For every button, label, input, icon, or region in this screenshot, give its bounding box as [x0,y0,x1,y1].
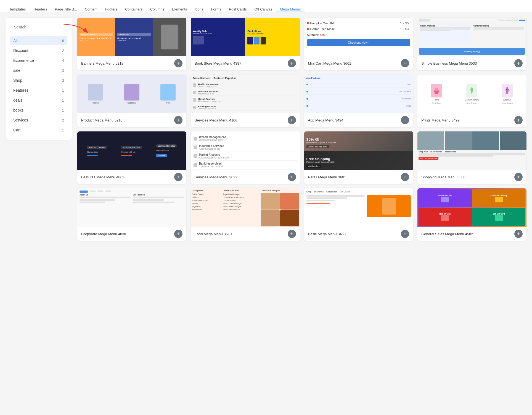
add-button[interactable]: + [288,173,296,181]
card-thumbnail: About Us Our Products [77,188,186,227]
card-footer: Shopping Mega Menu 3508 + [417,170,526,184]
card-bookstore[interactable]: Weekly Sale Business to Live Now! Book S… [191,18,300,70]
add-button[interactable]: + [514,59,523,67]
nav-item-mega-menus[interactable]: Mega Menus [276,0,305,12]
card-shopping[interactable]: Shop Men Shop Women Accessories End Of S… [417,131,526,184]
card-title: Basic Mega Menu 3468 [308,232,346,236]
sidebar-item-services[interactable]: Services2 [10,115,67,125]
add-button[interactable]: + [288,230,296,238]
card-footer: Product Mega Menu 5210 + [77,113,186,127]
sidebar-item-all[interactable]: All16 [10,36,67,45]
card-footer: Prints Mega Menu 3499 + [417,113,526,127]
sidebar-count: 1 [62,88,64,92]
card-app[interactable]: App Features App E-Commerce Innovation [304,75,413,127]
sidebar-count: 2 [62,49,64,53]
card-footer: Banners Mega Menu 5218 + [77,56,186,70]
card-title: Shopping Mega Menu 3508 [421,175,465,179]
sidebar-label: Features [13,88,28,92]
sidebar-item-sale[interactable]: sale3 [10,66,67,75]
add-button[interactable]: + [514,116,523,124]
card-title: Services Mega Menu 4106 [195,118,237,122]
sidebar-categories: All16Discount2Ecommerce4sale3Shop2Featur… [10,36,67,135]
card-minicart[interactable]: Pumpkin Craft Kit 1 × $50 Horror Face Ma… [304,18,413,70]
card-title: Corporate Mega Menu 4838 [81,232,126,236]
card-title: Book Store Mega Menu 4387 [195,61,241,65]
nav-item-content[interactable]: Content [81,0,101,12]
sidebar-count: 16 [60,39,64,43]
sidebar-item-books[interactable]: books1 [10,105,67,115]
card-footer: Services Mega Menu 3622 + [191,170,300,184]
add-button[interactable]: + [174,59,182,67]
nav-item-footers[interactable]: Footers [101,0,121,12]
svg-point-1 [435,88,438,91]
add-button[interactable]: + [401,230,409,238]
nav-item-elements[interactable]: Elements [168,0,191,12]
sidebar-count: 2 [62,118,64,122]
svg-point-2 [506,87,509,94]
card-thumbnail: ShopBranchesCategoriesGift Cards [304,188,413,227]
card-title: General Sales Mega Menu 4582 [421,232,473,236]
nav-item-forms[interactable]: Forms [207,0,225,12]
card-thumbnail: News and Tutorials Stay updated Voice an… [77,131,186,170]
sidebar: All16Discount2Ecommerce4sale3Shop2Featur… [6,18,72,140]
card-corporate[interactable]: About Us Our Products Corporate Mega Men… [77,188,186,241]
add-button[interactable]: + [401,116,409,124]
sidebar-item-deals[interactable]: deals1 [10,96,67,105]
card-thumbnail: 35% Off Pellentesque in ipsum id orci po… [304,131,413,170]
search-input[interactable] [10,22,67,32]
card-footer: Services Mega Menu 4106 + [191,113,300,127]
add-button[interactable]: + [401,173,409,181]
add-button[interactable]: + [174,116,182,124]
card-footer: Book Store Mega Menu 4387 + [191,56,300,70]
sidebar-label: books [13,108,23,112]
nav-item-columns[interactable]: Columns [146,0,168,12]
card-footer: App Mega Menu 3494 + [304,113,413,127]
sidebar-item-ecommerce[interactable]: Ecommerce4 [10,56,67,65]
card-services2[interactable]: Wealth ManagementUllamcor magna justo In… [191,131,300,184]
sidebar-item-shop[interactable]: Shop2 [10,76,67,85]
top-nav: TemplatesHeadersPage Title B...ContentFo… [0,0,532,12]
nav-item-page-title-b...[interactable]: Page Title B... [51,0,81,12]
card-title: Banners Mega Menu 5218 [81,61,123,65]
card-product[interactable]: Product Category New Product Mega Menu 5… [77,75,186,127]
nav-item-post-cards[interactable]: Post Cards [225,0,250,12]
card-title: Simple Business Mega Menu 3533 [421,61,477,65]
card-services[interactable]: Basic Services Featured Expertise Wealth… [191,75,300,127]
card-banners[interactable]: Beauty Products Latest Fashion Deals & O… [77,18,186,70]
card-general[interactable]: Latest Specials Festival & Jewelry Red O… [417,188,526,241]
card-thumbnail: Floral Best Sales Contemporary New Arriv… [417,75,526,113]
add-button[interactable]: + [174,173,182,181]
nav-item-headers[interactable]: Headers [30,0,51,12]
card-retail[interactable]: 35% Off Pellentesque in ipsum id orci po… [304,131,413,184]
sidebar-count: 4 [62,59,64,63]
card-basic[interactable]: ShopBranchesCategoriesGift Cards Basic M… [304,188,413,241]
nav-item-icons[interactable]: Icons [191,0,207,12]
template-grid: Beauty Products Latest Fashion Deals & O… [77,18,526,241]
add-button[interactable]: + [288,116,296,124]
card-food[interactable]: Categories Baked Goods Entrees Tradition… [191,188,300,241]
add-button[interactable]: + [514,173,523,181]
add-button[interactable]: + [514,230,523,238]
sidebar-item-cart[interactable]: Cart1 [10,125,67,135]
nav-item-containers[interactable]: Containers [121,0,146,12]
sidebar-label: Services [13,118,28,122]
card-prints[interactable]: Floral Best Sales Contemporary New Arriv… [417,75,526,127]
nav-item-off-canvas[interactable]: Off Canvas [251,0,276,12]
sidebar-label: sale [13,68,20,73]
sidebar-item-features[interactable]: Features1 [10,86,67,95]
card-title: Retail Mega Menu 3601 [308,175,346,179]
add-button[interactable]: + [288,59,296,67]
card-thumbnail: App Features App E-Commerce Innovation [304,75,413,113]
card-simple[interactable]: Check Analytics Content Planning Marketi… [417,18,526,70]
add-button[interactable]: + [174,230,182,238]
add-button[interactable]: + [401,59,409,67]
card-footer: Food Mega Menu 3610 + [191,227,300,241]
card-thumbnail: Weekly Sale Business to Live Now! Book S… [191,18,300,56]
card-thumbnail: Basic Services Featured Expertise Wealth… [191,75,300,113]
sidebar-label: Ecommerce [13,58,34,63]
card-thumbnail: Product Category New [77,75,186,113]
card-features[interactable]: News and Tutorials Stay updated Voice an… [77,131,186,184]
nav-item-templates[interactable]: Templates [6,0,30,12]
card-thumbnail: Beauty Products Latest Fashion Deals & O… [77,18,186,56]
sidebar-item-discount[interactable]: Discount2 [10,46,67,55]
